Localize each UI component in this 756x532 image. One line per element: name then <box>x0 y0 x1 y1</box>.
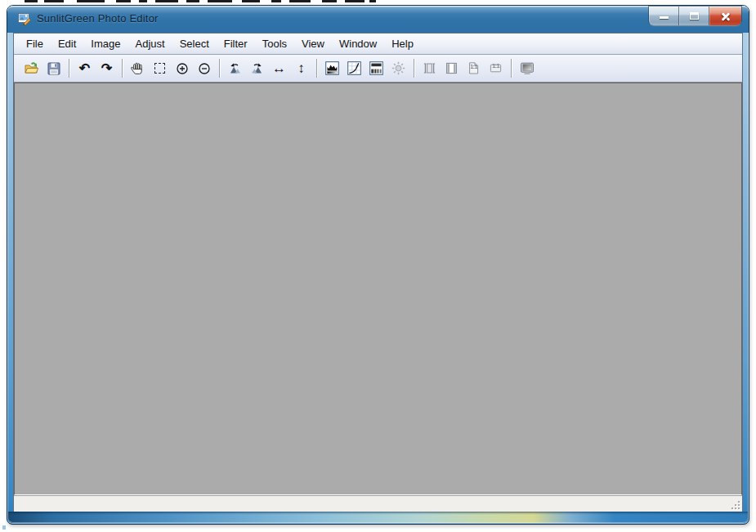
undo-icon: ↶ <box>79 62 90 75</box>
minimize-icon <box>660 16 669 19</box>
levels-button[interactable] <box>365 57 387 79</box>
menu-edit[interactable]: Edit <box>51 34 83 54</box>
toolbar-separator <box>414 59 414 78</box>
toolbar: ↶ ↷ <box>14 55 742 83</box>
window-bottom-frame <box>8 512 748 523</box>
menu-file[interactable]: File <box>19 34 51 54</box>
open-folder-icon <box>25 61 39 75</box>
histogram-icon <box>325 61 339 75</box>
close-button[interactable] <box>709 7 741 25</box>
marquee-icon <box>154 63 165 74</box>
flip-vertical-icon: ↕ <box>297 61 305 75</box>
full-screen-button[interactable] <box>516 57 538 79</box>
hand-icon <box>131 61 145 75</box>
pan-button[interactable] <box>127 57 149 79</box>
fit-width-button[interactable] <box>418 57 441 79</box>
titlebar[interactable]: SunlitGreen Photo Editor <box>7 6 749 33</box>
resize-grip[interactable] <box>730 499 740 510</box>
select-rectangle-button[interactable] <box>149 57 171 79</box>
monitor-icon <box>520 61 535 75</box>
menu-adjust[interactable]: Adjust <box>128 34 172 54</box>
undo-button[interactable]: ↶ <box>74 57 96 79</box>
rotate-ccw-icon <box>228 62 242 75</box>
sun-icon <box>391 61 405 75</box>
menu-image[interactable]: Image <box>83 34 127 54</box>
open-button[interactable] <box>20 57 42 79</box>
toolbar-separator <box>219 59 220 78</box>
menu-filter[interactable]: Filter <box>217 34 255 54</box>
zoom-out-button[interactable] <box>193 57 215 79</box>
menu-select[interactable]: Select <box>172 34 217 54</box>
curves-button[interactable] <box>343 57 365 79</box>
background-artifact-dot <box>2 525 6 530</box>
fit-width-icon <box>423 61 436 75</box>
menu-tools[interactable]: Tools <box>255 34 294 54</box>
flip-horizontal-button[interactable]: ↔ <box>268 57 290 79</box>
zoom-actual-button[interactable]: 1:1 <box>485 57 507 79</box>
redo-icon: ↷ <box>101 62 112 75</box>
save-floppy-icon <box>47 62 60 75</box>
close-icon <box>720 11 731 21</box>
fit-page-icon <box>445 61 459 75</box>
rotate-cw-button[interactable] <box>246 57 268 79</box>
rotate-cw-icon <box>250 62 264 75</box>
toolbar-separator <box>69 59 69 78</box>
histogram-enhance-button[interactable] <box>321 57 343 79</box>
brightness-button[interactable] <box>387 57 409 79</box>
menu-view[interactable]: View <box>294 34 332 54</box>
levels-icon <box>369 61 383 75</box>
curves-icon <box>347 61 361 75</box>
menu-bar: File Edit Image Adjust Select Filter Too… <box>14 34 742 55</box>
maximize-icon <box>690 12 699 20</box>
status-bar <box>14 495 742 512</box>
window-title: SunlitGreen Photo Editor <box>37 12 159 25</box>
redo-button[interactable]: ↷ <box>96 57 118 79</box>
maximize-button[interactable] <box>679 7 709 25</box>
zoom-out-icon <box>198 62 211 75</box>
flip-horizontal-icon: ↔ <box>272 61 286 75</box>
actual-pixels-button[interactable]: 1:1 <box>463 57 485 79</box>
rotate-ccw-button[interactable] <box>224 57 246 79</box>
app-icon <box>18 12 32 25</box>
actual-pixels-label: 1:1 <box>463 64 484 69</box>
zoom-in-button[interactable] <box>171 57 193 79</box>
flip-vertical-button[interactable]: ↕ <box>290 57 312 79</box>
zoom-actual-label: 1:1 <box>485 63 506 69</box>
minimize-button[interactable] <box>649 7 679 25</box>
save-button[interactable] <box>42 57 65 79</box>
fit-page-button[interactable] <box>441 57 463 79</box>
toolbar-separator <box>316 59 317 78</box>
menu-window[interactable]: Window <box>332 34 384 54</box>
app-window: SunlitGreen Photo Editor File Edit Image… <box>7 5 749 525</box>
menu-help[interactable]: Help <box>384 34 421 54</box>
canvas-area <box>14 83 742 495</box>
toolbar-separator <box>122 59 123 78</box>
toolbar-separator <box>511 59 512 78</box>
zoom-in-icon <box>176 62 189 75</box>
window-controls <box>649 7 741 25</box>
client-area: File Edit Image Adjust Select Filter Too… <box>13 33 743 512</box>
